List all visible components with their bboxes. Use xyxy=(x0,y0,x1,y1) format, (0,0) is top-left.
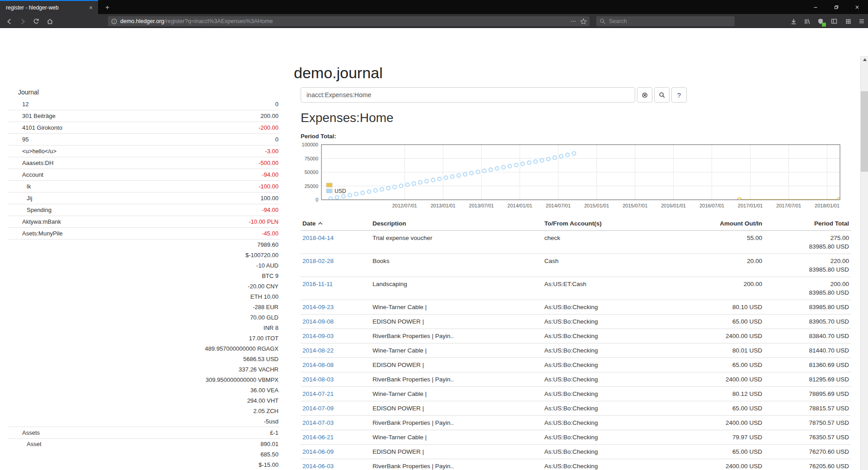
account-name[interactable]: Assets xyxy=(8,427,40,438)
transaction-period-total: 78895.69 USD xyxy=(764,387,851,401)
transaction-date-link[interactable]: 2014-09-08 xyxy=(302,318,334,325)
run-query-button[interactable] xyxy=(654,87,670,103)
account-balances: 200.00 xyxy=(260,110,279,122)
sidebar-account-row[interactable]: Asets:MunyPile-45.00 xyxy=(8,228,279,240)
column-header-date[interactable]: Date xyxy=(301,217,371,230)
site-info-icon[interactable] xyxy=(111,18,118,25)
sidebar-journal-link[interactable]: Journal xyxy=(18,89,39,96)
library-icon[interactable] xyxy=(801,15,813,28)
svg-text:2015/01/01: 2015/01/01 xyxy=(584,203,609,208)
sidebar-account-row[interactable]: Spending-94.00 xyxy=(8,204,279,216)
transaction-date-link[interactable]: 2018-04-14 xyxy=(302,235,334,241)
account-name[interactable]: 301 Beiträge xyxy=(8,110,56,122)
transaction-date-cell: 2014-09-03 xyxy=(301,329,371,343)
column-header-amount[interactable]: Amount Out/In xyxy=(658,217,764,230)
sidebar-account-row[interactable]: Aaasets:DH-500.00 xyxy=(8,157,279,169)
sidebar-account-row[interactable]: 950 xyxy=(8,134,279,146)
transaction-date-link[interactable]: 2018-02-28 xyxy=(302,258,334,264)
transaction-period-total: 81440.70 USD xyxy=(764,343,851,358)
account-name[interactable]: lk xyxy=(8,181,31,192)
account-heading: Expenses:Home xyxy=(301,111,393,125)
transaction-accounts: As:US:Bo:Checking xyxy=(542,343,658,358)
transaction-date-link[interactable]: 2014-07-03 xyxy=(302,419,334,426)
transaction-amount: 55.00 xyxy=(658,230,764,254)
help-button[interactable]: ? xyxy=(671,87,687,103)
bookmark-star-icon[interactable] xyxy=(580,18,587,25)
svg-text:2014/01/01: 2014/01/01 xyxy=(507,203,532,208)
page-actions-icon[interactable] xyxy=(570,18,576,24)
svg-text:2017/07/01: 2017/07/01 xyxy=(776,203,801,208)
period-total-chart[interactable]: 02500050000750001000002012/07/012013/01/… xyxy=(301,140,852,216)
transaction-date-cell: 2014-06-03 xyxy=(301,459,371,470)
account-name[interactable]: <u>hello</u> xyxy=(8,146,57,157)
account-name[interactable]: Jij xyxy=(8,193,32,204)
downloads-icon[interactable] xyxy=(787,15,800,28)
account-name[interactable]: Aktywa:mBank xyxy=(8,216,61,227)
account-name[interactable]: Aaasets:DH xyxy=(8,157,53,169)
url-bar[interactable]: demo.hledger.org/register?q=inacct%3AExp… xyxy=(108,16,590,26)
sidebar-account-row[interactable]: <u>hello</u>-3.00 xyxy=(8,146,279,157)
new-tab-button[interactable] xyxy=(101,1,113,13)
sidebar-account-row[interactable]: 120 xyxy=(8,99,279,110)
page-scrollbar[interactable] xyxy=(860,56,868,470)
tab-close-icon[interactable] xyxy=(86,3,95,12)
window-close-button[interactable] xyxy=(847,0,867,14)
reload-button[interactable] xyxy=(30,15,42,28)
transaction-date-link[interactable]: 2016-11-11 xyxy=(302,281,333,287)
transaction-period-total: 78750.57 USD xyxy=(764,416,851,430)
sidebar-account-row[interactable]: Jij100.00 xyxy=(8,193,279,204)
account-name[interactable]: Account xyxy=(8,169,43,180)
column-header-description[interactable]: Description xyxy=(371,217,542,230)
transaction-period-total: 83840.70 USD xyxy=(764,329,851,343)
sidebar-account-row[interactable]: Assets£-1 xyxy=(8,427,279,439)
transaction-date-link[interactable]: 2014-07-09 xyxy=(302,405,334,412)
balance-amount: $-15.00 xyxy=(256,460,278,470)
browser-tab[interactable]: register - hledger-web xyxy=(0,0,98,14)
transaction-date-link[interactable]: 2014-09-23 xyxy=(302,304,334,310)
account-name[interactable]: Asset xyxy=(8,439,42,449)
account-name[interactable]: Asets:MunyPile xyxy=(8,228,63,239)
transaction-description: EDISON POWER | xyxy=(371,445,542,459)
account-name[interactable]: Spending xyxy=(8,204,52,216)
svg-text:2013/01/01: 2013/01/01 xyxy=(430,203,455,208)
transaction-date-cell: 2016-11-11 xyxy=(301,277,371,300)
sidebar-account-row[interactable]: 7989.60$-100720.00-10 AUDBTC 9-20.00 CNY… xyxy=(8,240,279,427)
apps-grid-icon[interactable] xyxy=(842,15,854,28)
svg-text:USD: USD xyxy=(335,188,346,194)
transaction-date-link[interactable]: 2014-08-08 xyxy=(302,362,334,368)
window-restore-button[interactable] xyxy=(826,0,846,14)
account-name[interactable]: 12 xyxy=(8,99,28,110)
transaction-amount: 65.00 USD xyxy=(658,445,764,459)
sidebar-account-row[interactable]: Account-94.00 xyxy=(8,169,279,181)
transaction-date-link[interactable]: 2014-07-21 xyxy=(302,390,334,397)
sidebar-account-row[interactable]: 4101 Girokonto-200.00 xyxy=(8,122,279,134)
column-header-period-total[interactable]: Period Total xyxy=(764,217,851,230)
account-balances: -3.00 xyxy=(265,146,279,157)
transaction-date-link[interactable]: 2014-06-21 xyxy=(302,434,334,441)
sidebar-account-row[interactable]: 301 Beiträge200.00 xyxy=(8,110,279,122)
transaction-date-link[interactable]: 2014-08-03 xyxy=(302,376,334,383)
extension-icon[interactable] xyxy=(814,15,827,28)
scrollbar-thumb[interactable] xyxy=(861,91,868,172)
sidebar-account-row[interactable]: Aktywa:mBank-10.00 PLN xyxy=(8,216,279,228)
home-button[interactable] xyxy=(43,15,56,28)
window-minimize-button[interactable] xyxy=(805,0,826,14)
transaction-date-link[interactable]: 2014-06-03 xyxy=(302,463,334,470)
account-name[interactable]: 4101 Girokonto xyxy=(8,122,62,133)
sidebar-account-row[interactable]: lk-100.00 xyxy=(8,181,279,193)
scrollbar-up-arrow-icon[interactable] xyxy=(861,56,868,63)
back-button[interactable] xyxy=(3,15,15,28)
account-name[interactable]: 95 xyxy=(8,134,28,145)
transaction-date-link[interactable]: 2014-09-03 xyxy=(302,333,334,339)
clear-query-button[interactable]: ⊗ xyxy=(637,87,652,103)
browser-search-bar[interactable]: Search xyxy=(596,16,735,26)
url-path: /register?q=inacct%3AExpenses%3AHome xyxy=(164,18,273,24)
sidebar-account-row[interactable]: Asset890.01685.50$-15.00-10 AUD xyxy=(8,439,279,470)
transaction-date-link[interactable]: 2014-06-09 xyxy=(302,448,334,455)
sidebar-toggle-icon[interactable] xyxy=(828,15,840,28)
query-input[interactable] xyxy=(301,87,635,103)
menu-icon[interactable] xyxy=(855,15,868,28)
transaction-date-link[interactable]: 2014-08-22 xyxy=(302,347,334,354)
forward-button[interactable] xyxy=(16,15,29,28)
column-header-accounts[interactable]: To/From Account(s) xyxy=(542,217,658,230)
